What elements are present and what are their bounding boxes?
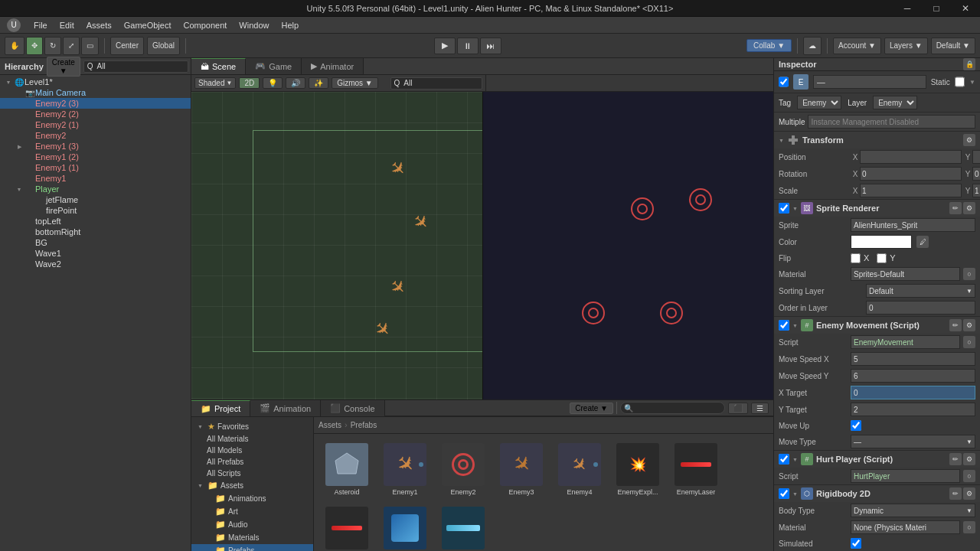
layout-dropdown[interactable]: Default ▼ [931,37,975,54]
asset-item[interactable]: ✈ Enemy1 [378,440,432,499]
scale-y-input[interactable] [972,184,980,197]
list-item[interactable]: Enemy2 (1) [0,119,191,130]
list-item[interactable]: Enemy2 (3) [0,98,191,109]
static-dropdown-arrow[interactable]: ▼ [969,79,975,86]
asset-item[interactable]: Asteroid [320,440,374,499]
tag-dropdown[interactable]: Enemy [797,96,841,109]
shaded-dropdown[interactable]: Shaded ▼ [194,77,236,89]
menu-window[interactable]: Window [233,19,275,31]
component-settings-icon[interactable]: ⚙ [963,453,975,465]
animations-folder[interactable]: 📁 Animations [191,492,313,505]
asset-item[interactable]: LaserImpact [378,504,432,551]
list-item[interactable]: 📷 Main Camera [0,87,191,98]
enemy-movement-enabled-checkbox[interactable] [779,320,789,331]
effects-button[interactable]: ✨ [309,77,328,89]
assets-folder[interactable]: 📁 Assets [191,479,313,492]
scene-entity[interactable]: ✈ [390,158,406,179]
material-pick-icon[interactable]: ○ [963,521,975,533]
script-pick-icon[interactable]: ○ [963,336,975,348]
list-item[interactable]: Player [0,184,191,194]
layer-dropdown[interactable]: Enemy [873,96,917,109]
list-item[interactable]: firePoint [0,205,191,216]
component-settings-icon[interactable]: ⚙ [963,134,975,146]
object-name-input[interactable] [813,75,926,89]
2d-button[interactable]: 2D [239,77,260,89]
menu-edit[interactable]: Edit [54,19,80,31]
material-value[interactable]: Sprites-Default [851,267,960,281]
game-view-panel[interactable] [482,92,774,399]
y-target-input[interactable] [851,403,975,416]
list-item[interactable]: Enemy1 [0,173,191,184]
lighting-button[interactable]: 💡 [263,77,283,89]
color-eyedropper-icon[interactable]: 🖊 [916,236,929,248]
scene-entity[interactable]: ✈ [375,318,390,340]
project-list-btn[interactable]: ☰ [751,403,769,414]
list-item[interactable]: topLeft [0,216,191,227]
gizmos-button[interactable]: Gizmos ▼ [332,77,378,89]
scale-tool-button[interactable]: ⤢ [63,37,80,55]
list-item[interactable]: Wave1 [0,248,191,259]
hand-tool-button[interactable]: ✋ [5,37,24,55]
scene-view-panel[interactable]: ✈ ✈ ✈ ✈ ☁ [191,92,482,399]
scale-x-input[interactable] [860,184,962,197]
simulated-checkbox[interactable] [851,538,861,549]
sprite-enabled-checkbox[interactable] [779,203,789,214]
list-item[interactable]: Wave2 [0,259,191,269]
body-type-dropdown[interactable]: Dynamic ▼ [851,504,975,517]
tab-console[interactable]: ⬛ Console [321,400,384,416]
move-speed-x-input[interactable] [851,352,975,366]
breadcrumb-prefabs[interactable]: Prefabs [351,421,377,429]
global-local-button[interactable]: Global [147,37,180,55]
maximize-button[interactable]: □ [922,0,951,17]
hierarchy-create-button[interactable]: Create ▼ [47,57,80,77]
tab-scene[interactable]: 🏔 Scene [191,58,246,74]
asset-item[interactable]: ✈ Enemy4 [553,440,606,499]
center-pivot-button[interactable]: Center [110,37,144,55]
component-settings-icon[interactable]: ⚙ [963,319,975,331]
menu-assets[interactable]: Assets [80,19,118,31]
asset-item[interactable]: ✈ Enemy3 [495,440,548,499]
list-item[interactable]: Enemy1 (1) [0,162,191,173]
menu-component[interactable]: Component [177,19,233,31]
component-edit-icon[interactable]: ✏ [949,487,962,500]
minimize-button[interactable]: ─ [893,0,922,17]
rigidbody-enabled-checkbox[interactable] [779,488,789,499]
object-active-checkbox[interactable] [779,77,789,87]
move-up-checkbox[interactable] [851,420,861,431]
list-item[interactable]: Enemy2 (2) [0,109,191,119]
audio-button[interactable]: 🔊 [286,77,305,89]
cloud-button[interactable]: ☁ [803,37,822,55]
project-create-button[interactable]: Create ▼ [570,403,613,414]
component-edit-icon[interactable]: ✏ [949,202,962,214]
step-button[interactable]: ⏭ [480,37,501,54]
pos-y-input[interactable] [972,150,980,164]
material-pick-icon[interactable]: ○ [963,268,975,280]
audio-folder[interactable]: 📁 Audio [191,518,313,531]
close-button[interactable]: ✕ [951,0,980,17]
hurt-player-enabled-checkbox[interactable] [779,454,789,465]
collab-button[interactable]: Collab ▼ [746,39,792,52]
tab-animator[interactable]: ▶ Animator [302,58,364,74]
asset-item[interactable]: 💥 EnemyExpl... [611,440,665,499]
tab-project[interactable]: 📁 Project [191,400,250,416]
list-item[interactable]: Enemy1 (2) [0,152,191,162]
color-swatch[interactable] [851,235,912,249]
list-item[interactable]: Enemy2 [0,130,191,141]
rect-tool-button[interactable]: ▭ [81,37,99,55]
rot-x-input[interactable] [860,167,962,181]
favorites-folder[interactable]: ★ Favorites [191,420,313,433]
component-header-transform[interactable]: Transform ⚙ [774,132,980,148]
component-header-enemymovement[interactable]: # Enemy Movement (Script) ✏ ⚙ [774,317,980,334]
move-tool-button[interactable]: ✥ [26,37,43,55]
rotate-tool-button[interactable]: ↻ [44,37,61,55]
materials-folder[interactable]: 📁 Materials [191,531,313,544]
hurt-script-reference[interactable]: HurtPlayer [851,469,960,483]
all-prefabs-item[interactable]: All Prefabs [191,456,313,468]
asset-item[interactable]: EnemyLase... [320,504,374,551]
component-edit-icon[interactable]: ✏ [949,453,962,465]
scene-entity[interactable]: ✈ [413,211,429,233]
component-header-hurtplayer[interactable]: # Hurt Player (Script) ✏ ⚙ [774,451,980,468]
all-models-item[interactable]: All Models [191,445,313,456]
flip-y-checkbox[interactable] [877,253,887,263]
asset-item[interactable]: EnemyLaser [669,440,723,499]
